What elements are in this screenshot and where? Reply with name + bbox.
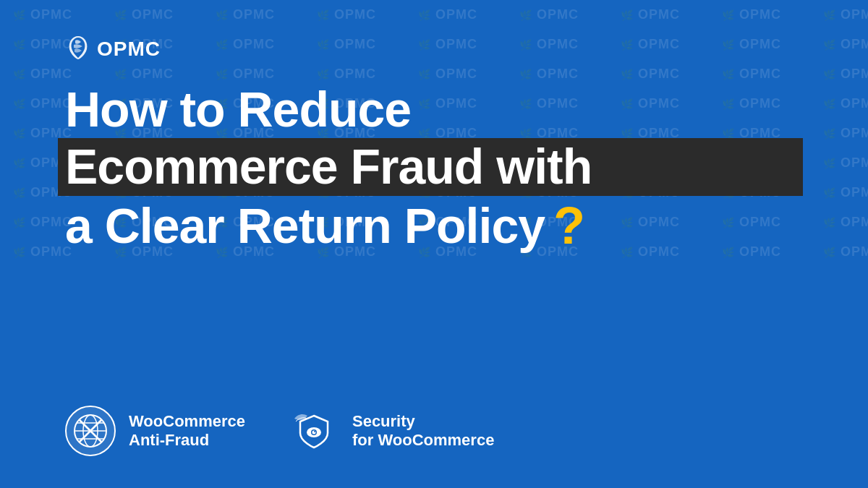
title-line2: Ecommerce Fraud with bbox=[58, 138, 803, 195]
svg-point-10 bbox=[312, 431, 315, 435]
plugin-security-text: Security for WooCommerce bbox=[352, 412, 494, 450]
main-content: OPMC How to Reduce Ecommerce Fraud with … bbox=[0, 0, 868, 488]
title-block: How to Reduce Ecommerce Fraud with a Cle… bbox=[65, 84, 803, 253]
title-line1: How to Reduce bbox=[65, 84, 803, 135]
plugin-security-name: Security bbox=[352, 412, 494, 431]
title-line3-text: a Clear Return Policy bbox=[65, 200, 545, 252]
background: const wg = document.querySelector('.wate… bbox=[0, 0, 868, 488]
title-line3: a Clear Return Policy? bbox=[65, 199, 803, 254]
plugin-anti-fraud-text: WooCommerce Anti-Fraud bbox=[129, 412, 245, 450]
svg-point-11 bbox=[314, 431, 315, 432]
plugin-anti-fraud-name: WooCommerce bbox=[129, 412, 245, 431]
plugin-anti-fraud: WooCommerce Anti-Fraud bbox=[65, 406, 245, 456]
plugin-anti-fraud-sub: Anti-Fraud bbox=[129, 431, 245, 450]
logo-text: OPMC bbox=[97, 38, 161, 61]
logo-icon bbox=[65, 35, 91, 64]
question-mark: ? bbox=[553, 199, 584, 254]
logo-area: OPMC bbox=[65, 35, 803, 64]
plugin-security: Security for WooCommerce bbox=[289, 406, 494, 456]
security-icon bbox=[289, 406, 339, 456]
plugins-row: WooCommerce Anti-Fraud bbox=[65, 406, 803, 456]
anti-fraud-icon bbox=[65, 406, 116, 456]
plugin-security-sub: for WooCommerce bbox=[352, 431, 494, 450]
